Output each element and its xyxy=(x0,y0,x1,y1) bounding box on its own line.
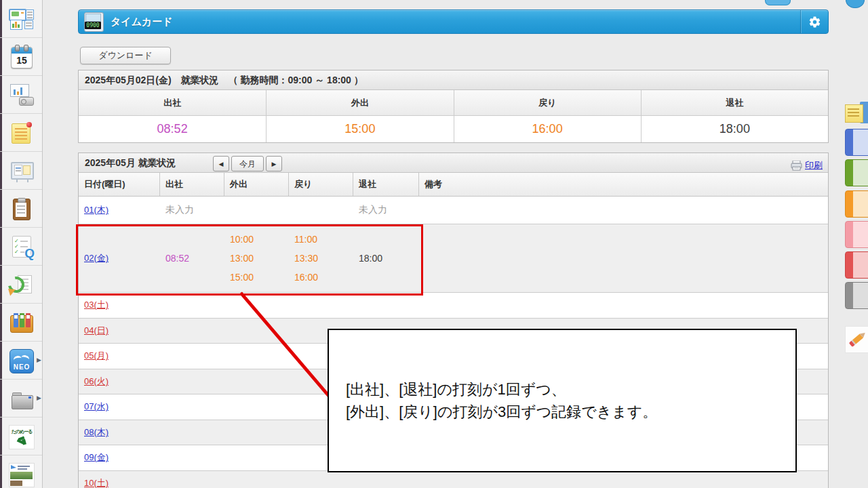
modori-time: 11:00 xyxy=(294,230,317,249)
neo-icon: NEO xyxy=(8,348,34,373)
taisha-value: 未入力 xyxy=(359,204,387,216)
today-shussha-value: 08:52 xyxy=(79,116,266,142)
date-link[interactable]: 07(水) xyxy=(84,401,108,413)
table-row: 02(金)08:5210:0013:0015:0011:0013:3016:00… xyxy=(79,224,828,293)
sidebar-item-presentation[interactable] xyxy=(0,76,42,114)
column-header-shussha: 出社 xyxy=(79,90,266,116)
today-date-title: 2025年05月02日(金) 就業状況 xyxy=(85,70,219,89)
print-link[interactable]: 印刷 xyxy=(791,156,823,175)
modori-time: 13:30 xyxy=(294,249,318,268)
today-column-headers: 出社 外出 戻り 退社 xyxy=(79,90,828,116)
monthly-table-header: 日付(曜日) 出社 外出 戻り 退社 備考 xyxy=(79,173,828,197)
chevron-right-icon: ▶ xyxy=(37,357,41,363)
swatch-gray[interactable] xyxy=(845,282,868,309)
tanomail-icon: たのめーる xyxy=(8,424,34,449)
sidebar-item-memo[interactable] xyxy=(0,114,42,152)
printer-icon xyxy=(791,161,802,171)
date-link[interactable]: 05(月) xyxy=(84,350,108,362)
cabinet-icon xyxy=(8,310,34,336)
swatch-blue[interactable] xyxy=(845,129,868,156)
download-button[interactable]: ダウンロード xyxy=(80,47,171,64)
print-label: 印刷 xyxy=(805,156,823,175)
edit-button[interactable] xyxy=(845,326,868,353)
tanomail-label: たのめーる xyxy=(9,428,34,435)
swatch-green[interactable] xyxy=(845,159,868,186)
table-row: 01(木)未入力未入力 xyxy=(79,197,828,224)
sidebar-item-clipboard[interactable] xyxy=(0,190,42,228)
swatch-red[interactable] xyxy=(845,251,868,279)
sidebar-item-survey[interactable]: ✓✓✓ Q xyxy=(0,228,42,266)
workflow-icon xyxy=(8,272,34,298)
sidebar-item-neo[interactable]: NEO ▶ xyxy=(0,342,42,380)
folder-icon xyxy=(8,386,34,411)
gaishutsu-time: 10:00 xyxy=(230,230,254,249)
screen: 15 xyxy=(0,0,868,488)
column-header-taisha: 退社 xyxy=(353,173,419,196)
date-link[interactable]: 08(木) xyxy=(84,426,108,439)
banner-icon xyxy=(8,462,34,487)
today-gaishutsu-value: 15:00 xyxy=(266,116,453,142)
date-link[interactable]: 06(火) xyxy=(84,375,108,388)
today-work-hours: （ 勤務時間：09:00 ～ 18:00 ） xyxy=(229,70,363,89)
current-month-button[interactable]: 今月 xyxy=(231,156,264,171)
today-values-row: 08:52 15:00 16:00 18:00 xyxy=(79,116,828,142)
sidebar-item-calendar[interactable]: 15 xyxy=(0,38,42,76)
shussha-value: 未入力 xyxy=(165,204,194,216)
taisha-value: 18:00 xyxy=(359,249,382,268)
date-link[interactable]: 09(金) xyxy=(84,451,108,464)
callout-line-2: [外出]、[戻り]の打刻が3回ずつ記録できます。 xyxy=(346,401,795,423)
sidebar-item-banner[interactable] xyxy=(0,455,42,488)
sidebar-item-tanomail[interactable]: たのめーる xyxy=(0,418,42,455)
previous-month-button[interactable]: ◀ xyxy=(213,156,229,171)
settings-button[interactable] xyxy=(800,10,828,33)
today-taisha-value: 18:00 xyxy=(641,116,828,142)
neo-label: NEO xyxy=(10,363,33,371)
callout-line-1: [出社]、[退社]の打刻が1回ずつ、 xyxy=(346,378,795,401)
today-panel-title: 2025年05月02日(金) 就業状況 （ 勤務時間：09:00 ～ 18:00… xyxy=(79,70,828,90)
chevron-right-icon: ▶ xyxy=(37,394,41,401)
memo-icon xyxy=(8,120,34,146)
survey-icon: ✓✓✓ Q xyxy=(8,234,34,260)
app-sidebar: 15 xyxy=(0,0,43,488)
monthly-panel-title: 2025年05月 就業状況 ◀ 今月 ▶ 印刷 xyxy=(79,153,828,173)
column-header-biko: 備考 xyxy=(419,173,828,196)
date-link[interactable]: 10(土) xyxy=(84,477,108,488)
clipboard-icon xyxy=(8,196,34,222)
date-link[interactable]: 01(木) xyxy=(84,204,108,216)
date-link[interactable]: 03(土) xyxy=(84,299,108,311)
date-link[interactable]: 04(日) xyxy=(84,325,108,337)
column-header-date: 日付(曜日) xyxy=(79,173,160,196)
month-navigation: ◀ 今月 ▶ xyxy=(213,156,282,171)
today-status-panel: 2025年05月02日(金) 就業状況 （ 勤務時間：09:00 ～ 18:00… xyxy=(78,70,829,143)
today-modori-value: 16:00 xyxy=(454,116,641,142)
partial-help-icon xyxy=(846,0,865,8)
page-title: タイムカード xyxy=(111,16,173,28)
monthly-title: 2025年05月 就業状況 xyxy=(85,153,176,172)
gear-icon xyxy=(808,16,821,28)
swatch-orange[interactable] xyxy=(845,190,868,218)
shussha-value: 08:52 xyxy=(165,249,189,268)
gaishutsu-time: 15:00 xyxy=(230,268,254,287)
app-header: 0900 タイムカード xyxy=(78,9,829,34)
sticky-note-button[interactable] xyxy=(845,102,868,127)
column-header-shussha: 出社 xyxy=(160,173,224,196)
sidebar-item-folder[interactable]: ▶ xyxy=(0,380,42,418)
table-row: 10(土) xyxy=(79,471,828,488)
date-link[interactable]: 02(金) xyxy=(84,252,108,264)
dashboard-icon xyxy=(8,6,34,32)
modori-time: 16:00 xyxy=(294,268,318,287)
timecard-machine-icon: 0900 xyxy=(83,12,104,31)
sidebar-item-cabinet[interactable] xyxy=(0,304,42,342)
sidebar-item-workflow[interactable] xyxy=(0,266,42,304)
sticky-note-icon xyxy=(845,104,863,123)
sidebar-item-dashboard[interactable] xyxy=(0,0,42,38)
timecard-display-label: 0900 xyxy=(85,22,101,29)
gaishutsu-time: 13:00 xyxy=(230,249,254,268)
sidebar-item-bulletin[interactable] xyxy=(0,152,42,190)
bulletin-board-icon xyxy=(8,158,34,184)
next-month-button[interactable]: ▶ xyxy=(266,156,282,171)
calendar-day-label: 15 xyxy=(12,55,32,66)
pencil-icon xyxy=(849,331,867,347)
calendar-icon: 15 xyxy=(8,44,34,70)
swatch-pink[interactable] xyxy=(845,221,868,248)
